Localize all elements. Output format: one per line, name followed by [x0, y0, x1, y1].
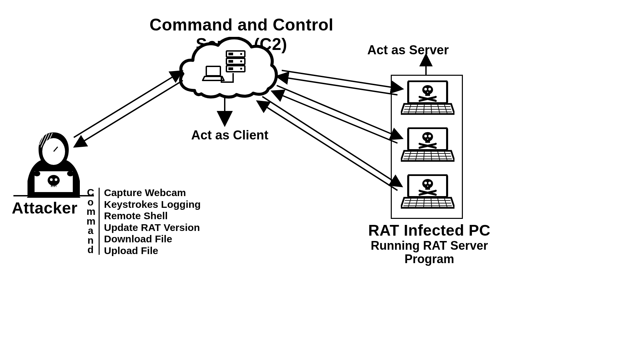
svg-rect-41	[425, 93, 430, 96]
svg-point-90	[419, 194, 421, 196]
svg-point-92	[435, 194, 437, 196]
command-item: Download File	[104, 233, 201, 245]
arrow-cloud-pc3	[258, 94, 402, 198]
svg-rect-62	[425, 140, 430, 143]
running-rat-label-2: Program	[366, 252, 493, 266]
command-item: Capture Webcam	[104, 187, 201, 199]
svg-line-98	[262, 104, 397, 190]
svg-rect-1	[228, 53, 233, 55]
svg-line-94	[282, 77, 397, 95]
svg-point-70	[435, 143, 437, 145]
svg-point-8	[240, 68, 242, 70]
arrow-cloud-pc2	[272, 82, 402, 149]
svg-point-84	[424, 182, 427, 184]
svg-point-25	[34, 171, 40, 176]
infected-laptop-icon	[401, 127, 454, 164]
svg-point-89	[419, 190, 421, 192]
svg-point-42	[424, 88, 427, 90]
command-list: Capture Webcam Keystrokes Logging Remote…	[104, 187, 201, 256]
svg-point-49	[435, 96, 437, 98]
attacker-label: Attacker	[12, 199, 77, 217]
command-item: Remote Shell	[104, 210, 201, 222]
infected-laptop-icon	[401, 80, 454, 117]
command-item: Update RAT Version	[104, 222, 201, 234]
svg-line-28	[79, 80, 183, 144]
command-item: Upload File	[104, 245, 201, 257]
command-item: Keystrokes Logging	[104, 199, 201, 210]
act-as-client-label: Act as Client	[191, 128, 268, 142]
svg-point-20	[50, 178, 53, 181]
svg-point-68	[419, 143, 421, 145]
svg-line-93	[282, 70, 397, 88]
svg-point-2	[240, 53, 242, 55]
svg-point-85	[428, 182, 431, 184]
svg-line-97	[262, 97, 397, 184]
command-vertical-label: Command	[87, 188, 95, 255]
svg-rect-7	[228, 67, 233, 70]
svg-rect-24	[55, 186, 56, 187]
svg-line-96	[277, 93, 397, 143]
svg-rect-23	[53, 186, 54, 187]
infected-laptop-icon	[401, 174, 454, 211]
svg-point-71	[435, 147, 437, 149]
svg-point-64	[428, 135, 431, 137]
svg-point-63	[424, 135, 427, 137]
svg-point-91	[435, 190, 437, 192]
arrow-server-up	[423, 57, 429, 77]
svg-rect-22	[52, 186, 53, 187]
svg-point-26	[67, 171, 74, 176]
command-divider	[99, 188, 100, 255]
arrow-cloud-pc1	[275, 65, 402, 102]
svg-rect-83	[425, 187, 430, 190]
svg-point-50	[435, 100, 437, 102]
svg-point-69	[419, 147, 421, 149]
svg-point-48	[419, 100, 421, 102]
cloud-server-icon	[174, 37, 282, 104]
attacker-icon	[20, 131, 87, 198]
running-rat-label-1: Running RAT Server	[366, 239, 493, 253]
svg-line-95	[277, 85, 397, 136]
svg-point-5	[240, 60, 242, 62]
svg-point-43	[428, 88, 431, 90]
svg-line-27	[74, 74, 178, 137]
act-as-server-label: Act as Server	[367, 43, 449, 57]
rat-infected-label: RAT Infected PC	[362, 221, 496, 239]
svg-rect-4	[228, 60, 233, 63]
svg-point-21	[55, 178, 57, 181]
svg-point-47	[419, 96, 421, 98]
